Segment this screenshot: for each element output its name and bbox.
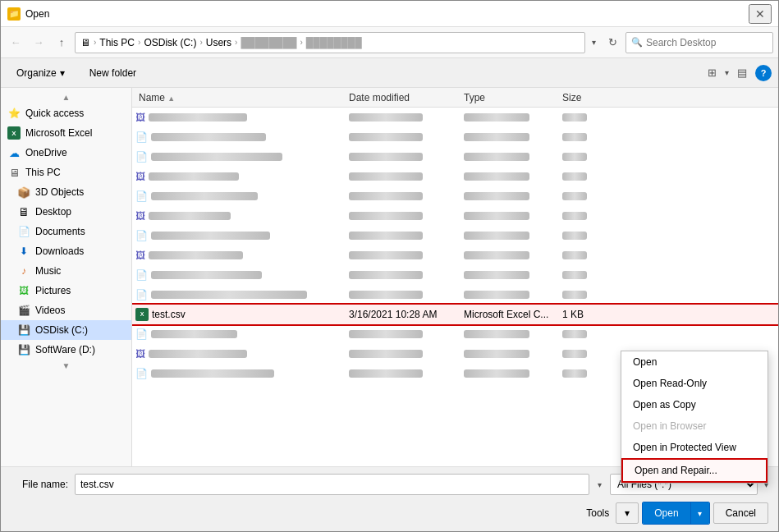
file-icon: 📄 bbox=[135, 190, 148, 202]
address-dropdown-arrow[interactable]: ▾ bbox=[589, 38, 599, 47]
view-dropdown-arrow[interactable]: ▾ bbox=[725, 68, 729, 77]
table-row[interactable]: 🖼 bbox=[132, 167, 778, 186]
path-users: Users bbox=[206, 37, 231, 48]
sidebar-label-music: Music bbox=[35, 265, 61, 277]
sidebar-item-quick-access[interactable]: ⭐ Quick access bbox=[1, 103, 131, 123]
sidebar-item-onedrive[interactable]: ☁ OneDrive bbox=[1, 143, 131, 163]
file-name bbox=[151, 153, 282, 161]
file-icon: 📄 bbox=[135, 328, 148, 340]
back-button[interactable]: ← bbox=[6, 33, 25, 53]
toolbar-right: ⊞ ▾ ▤ ? bbox=[702, 63, 772, 83]
search-icon: 🔍 bbox=[631, 37, 643, 48]
file-icon: 🖼 bbox=[135, 171, 145, 182]
file-type-test-csv: Microsoft Excel C... bbox=[464, 309, 562, 320]
documents-icon: 📄 bbox=[17, 225, 30, 238]
table-row[interactable]: 📄 bbox=[132, 186, 778, 206]
osdisk-icon: 💾 bbox=[17, 323, 30, 337]
search-box: 🔍 bbox=[625, 32, 773, 53]
pictures-icon: 🖼 bbox=[17, 284, 30, 297]
sidebar-item-videos[interactable]: 🎬 Videos bbox=[1, 300, 131, 320]
menu-item-open[interactable]: Open bbox=[621, 351, 768, 373]
search-input[interactable] bbox=[646, 37, 769, 48]
sidebar-item-this-pc[interactable]: 🖥 This PC bbox=[1, 163, 131, 182]
filename-label: File name: bbox=[11, 479, 68, 490]
file-date-test-csv: 3/16/2021 10:28 AM bbox=[349, 309, 464, 320]
open-dropdown-button[interactable]: ▾ bbox=[691, 502, 709, 524]
up-button[interactable]: ↑ bbox=[52, 33, 71, 53]
sidebar-label-desktop: Desktop bbox=[35, 206, 71, 218]
col-header-type[interactable]: Type bbox=[464, 92, 562, 103]
sidebar-item-downloads[interactable]: ⬇ Downloads bbox=[1, 241, 131, 261]
open-button-group: Open ▾ bbox=[642, 502, 709, 525]
file-name bbox=[151, 369, 274, 378]
col-header-name[interactable]: Name ▲ bbox=[135, 92, 349, 103]
file-name bbox=[149, 113, 247, 122]
sidebar-label-onedrive: OneDrive bbox=[25, 147, 67, 158]
filename-input[interactable] bbox=[75, 474, 589, 495]
col-header-date[interactable]: Date modified bbox=[349, 92, 464, 103]
table-row[interactable]: 📄 bbox=[132, 226, 778, 245]
videos-icon: 🎬 bbox=[17, 304, 30, 317]
address-path[interactable]: 🖥 › This PC › OSDisk (C:) › Users › ████… bbox=[75, 32, 585, 53]
sidebar-item-osdisk[interactable]: 💾 OSDisk (C:) bbox=[1, 320, 131, 340]
dialog-title: Open bbox=[25, 8, 49, 20]
file-icon: 📄 bbox=[135, 269, 148, 281]
sidebar-item-3d-objects[interactable]: 📦 3D Objects bbox=[1, 182, 131, 202]
forward-button[interactable]: → bbox=[29, 33, 48, 53]
new-folder-button[interactable]: New folder bbox=[80, 62, 145, 84]
title-bar-left: 📁 Open bbox=[7, 7, 49, 21]
table-row[interactable]: 📄 bbox=[132, 265, 778, 285]
table-row[interactable]: 📄 bbox=[132, 285, 778, 305]
file-name bbox=[149, 172, 239, 181]
sidebar-item-microsoft-excel[interactable]: X Microsoft Excel bbox=[1, 123, 131, 143]
pane-button[interactable]: ▤ bbox=[732, 63, 752, 83]
this-pc-icon: 🖥 bbox=[7, 166, 21, 179]
sidebar-item-desktop[interactable]: 🖥 Desktop bbox=[1, 202, 131, 222]
open-button[interactable]: Open bbox=[643, 502, 690, 524]
file-list-header: Name ▲ Date modified Type Size bbox=[132, 88, 778, 108]
excel-icon: X bbox=[7, 126, 21, 140]
new-folder-label: New folder bbox=[89, 67, 136, 79]
sidebar-label-videos: Videos bbox=[35, 305, 65, 316]
sidebar-label-quick-access: Quick access bbox=[25, 108, 84, 119]
onedrive-icon: ☁ bbox=[7, 146, 21, 159]
scroll-up-indicator: ▲ bbox=[1, 91, 131, 103]
refresh-button[interactable]: ↻ bbox=[603, 33, 622, 53]
tools-button[interactable]: ▾ bbox=[616, 502, 639, 524]
sidebar-item-pictures[interactable]: 🖼 Pictures bbox=[1, 281, 131, 300]
table-row[interactable]: 📄 bbox=[132, 127, 778, 147]
open-dropdown-menu: Open Open Read-Only Open as Copy Open in… bbox=[621, 351, 768, 484]
table-row[interactable]: 🖼 bbox=[132, 245, 778, 265]
table-row-test-csv[interactable]: X test.csv 3/16/2021 10:28 AM Microsoft … bbox=[132, 305, 778, 324]
sidebar-label-documents: Documents bbox=[35, 226, 85, 237]
col-header-size[interactable]: Size bbox=[562, 92, 628, 103]
organize-button[interactable]: Organize ▾ bbox=[7, 62, 74, 84]
close-button[interactable]: ✕ bbox=[749, 4, 772, 24]
open-dialog: 📁 Open ✕ ← → ↑ 🖥 › This PC › OSDisk (C:)… bbox=[0, 0, 779, 532]
help-button[interactable]: ? bbox=[755, 65, 772, 81]
table-row[interactable]: 🖼 bbox=[132, 206, 778, 226]
file-icon: 🖼 bbox=[135, 250, 145, 261]
filename-dropdown-arrow[interactable]: ▾ bbox=[596, 480, 603, 489]
sidebar-item-documents[interactable]: 📄 Documents bbox=[1, 222, 131, 241]
sidebar-item-software-d[interactable]: 💾 SoftWare (D:) bbox=[1, 340, 131, 360]
file-size-test-csv: 1 KB bbox=[562, 309, 628, 320]
path-this-pc: This PC bbox=[99, 37, 135, 48]
table-row[interactable]: 📄 bbox=[132, 324, 778, 344]
cancel-button[interactable]: Cancel bbox=[713, 502, 768, 524]
menu-item-open-readonly[interactable]: Open Read-Only bbox=[621, 373, 768, 394]
path-icon: 🖥 bbox=[80, 37, 90, 48]
menu-item-open-copy[interactable]: Open as Copy bbox=[621, 394, 768, 415]
sidebar-item-music[interactable]: ♪ Music bbox=[1, 261, 131, 281]
table-row[interactable]: 📄 bbox=[132, 147, 778, 167]
table-row[interactable]: 🖼 bbox=[132, 108, 778, 127]
file-name-test-csv: test.csv bbox=[152, 309, 186, 320]
menu-item-open-repair[interactable]: Open and Repair... bbox=[621, 458, 768, 483]
sidebar-label-osdisk: OSDisk (C:) bbox=[35, 324, 88, 336]
file-icon: 🖼 bbox=[135, 210, 145, 222]
view-icon-button[interactable]: ⊞ bbox=[702, 63, 722, 83]
menu-item-open-protected[interactable]: Open in Protected View bbox=[621, 437, 768, 458]
address-bar: ← → ↑ 🖥 › This PC › OSDisk (C:) › Users … bbox=[1, 27, 778, 58]
file-icon: 🖼 bbox=[135, 348, 145, 360]
tools-arrow: ▾ bbox=[625, 507, 630, 519]
